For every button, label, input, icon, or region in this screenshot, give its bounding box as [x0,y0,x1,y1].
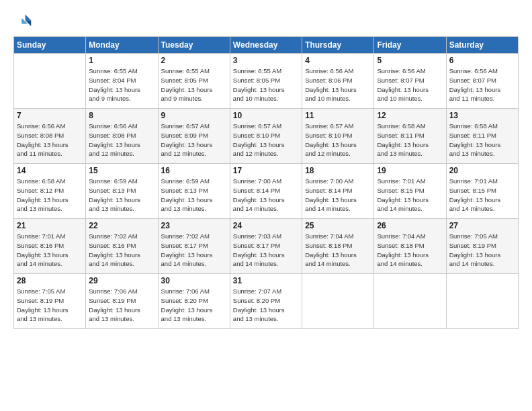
day-info: Sunrise: 6:58 AMSunset: 8:12 PMDaylight:… [17,177,83,214]
day-number: 25 [305,221,371,230]
day-info: Sunrise: 6:56 AMSunset: 8:07 PMDaylight:… [449,66,515,103]
day-number: 12 [377,111,443,120]
calendar-cell: 14Sunrise: 6:58 AMSunset: 8:12 PMDayligh… [14,164,86,219]
calendar-cell [374,274,446,329]
day-number: 28 [17,276,83,285]
calendar-cell: 24Sunrise: 7:03 AMSunset: 8:17 PMDayligh… [230,219,302,274]
day-number: 21 [17,221,83,230]
calendar-table: SundayMondayTuesdayWednesdayThursdayFrid… [13,36,519,329]
calendar-cell: 26Sunrise: 7:04 AMSunset: 8:18 PMDayligh… [374,219,446,274]
day-info: Sunrise: 7:02 AMSunset: 8:16 PMDaylight:… [89,232,154,269]
day-info: Sunrise: 7:07 AMSunset: 8:20 PMDaylight:… [233,287,299,324]
calendar-header-row: SundayMondayTuesdayWednesdayThursdayFrid… [14,37,519,54]
day-number: 9 [161,111,227,120]
calendar-cell: 10Sunrise: 6:57 AMSunset: 8:10 PMDayligh… [230,109,302,164]
day-info: Sunrise: 6:55 AMSunset: 8:04 PMDaylight:… [89,66,154,103]
calendar-cell: 18Sunrise: 7:00 AMSunset: 8:14 PMDayligh… [302,164,374,219]
day-number: 14 [17,166,83,175]
day-info: Sunrise: 6:55 AMSunset: 8:05 PMDaylight:… [161,66,227,103]
calendar-cell: 6Sunrise: 6:56 AMSunset: 8:07 PMDaylight… [446,54,518,109]
calendar-cell: 7Sunrise: 6:56 AMSunset: 8:08 PMDaylight… [14,109,86,164]
calendar-cell: 20Sunrise: 7:01 AMSunset: 8:15 PMDayligh… [446,164,518,219]
day-number: 26 [377,221,443,230]
day-number: 19 [377,166,443,175]
calendar-cell: 17Sunrise: 7:00 AMSunset: 8:14 PMDayligh… [230,164,302,219]
day-number: 6 [449,56,515,65]
calendar-cell: 2Sunrise: 6:55 AMSunset: 8:05 PMDaylight… [158,54,230,109]
day-info: Sunrise: 6:56 AMSunset: 8:08 PMDaylight:… [17,122,83,158]
calendar-cell: 5Sunrise: 6:56 AMSunset: 8:07 PMDaylight… [374,54,446,109]
day-info: Sunrise: 6:58 AMSunset: 8:11 PMDaylight:… [377,122,443,158]
day-info: Sunrise: 7:05 AMSunset: 8:19 PMDaylight:… [449,232,515,269]
day-info: Sunrise: 6:57 AMSunset: 8:10 PMDaylight:… [305,122,371,158]
day-number: 20 [449,166,515,175]
day-info: Sunrise: 7:01 AMSunset: 8:16 PMDaylight:… [17,232,83,269]
calendar-cell: 16Sunrise: 6:59 AMSunset: 8:13 PMDayligh… [158,164,230,219]
day-info: Sunrise: 6:55 AMSunset: 8:05 PMDaylight:… [233,66,299,103]
calendar-cell: 29Sunrise: 7:06 AMSunset: 8:19 PMDayligh… [86,274,158,329]
day-number: 11 [305,111,371,120]
day-info: Sunrise: 6:59 AMSunset: 8:13 PMDaylight:… [89,177,154,214]
calendar-cell: 1Sunrise: 6:55 AMSunset: 8:04 PMDaylight… [86,54,158,109]
day-number: 29 [89,276,154,285]
calendar-cell: 21Sunrise: 7:01 AMSunset: 8:16 PMDayligh… [14,219,86,274]
day-number: 22 [89,221,154,230]
day-info: Sunrise: 7:05 AMSunset: 8:19 PMDaylight:… [17,287,83,324]
day-number: 30 [161,276,227,285]
day-number: 24 [233,221,299,230]
day-number: 5 [377,56,443,65]
day-number: 3 [233,56,299,65]
day-number: 15 [89,166,154,175]
calendar-cell: 25Sunrise: 7:04 AMSunset: 8:18 PMDayligh… [302,219,374,274]
day-info: Sunrise: 7:04 AMSunset: 8:18 PMDaylight:… [377,232,443,269]
day-number: 31 [233,276,299,285]
day-number: 2 [161,56,227,65]
calendar-week-row: 7Sunrise: 6:56 AMSunset: 8:08 PMDaylight… [14,109,519,164]
calendar-week-row: 28Sunrise: 7:05 AMSunset: 8:19 PMDayligh… [14,274,519,329]
day-number: 1 [89,56,154,65]
day-info: Sunrise: 6:57 AMSunset: 8:09 PMDaylight:… [161,122,227,158]
page: SundayMondayTuesdayWednesdayThursdayFrid… [0,0,532,411]
day-info: Sunrise: 6:58 AMSunset: 8:11 PMDaylight:… [449,122,515,158]
day-number: 10 [233,111,299,120]
calendar-cell: 22Sunrise: 7:02 AMSunset: 8:16 PMDayligh… [86,219,158,274]
calendar-cell: 3Sunrise: 6:55 AMSunset: 8:05 PMDaylight… [230,54,302,109]
calendar-week-row: 21Sunrise: 7:01 AMSunset: 8:16 PMDayligh… [14,219,519,274]
day-number: 13 [449,111,515,120]
day-info: Sunrise: 6:57 AMSunset: 8:10 PMDaylight:… [233,122,299,158]
calendar-cell: 12Sunrise: 6:58 AMSunset: 8:11 PMDayligh… [374,109,446,164]
calendar-cell: 19Sunrise: 7:01 AMSunset: 8:15 PMDayligh… [374,164,446,219]
day-number: 7 [17,111,83,120]
logo [13,12,35,31]
day-number: 8 [89,111,154,120]
calendar-cell: 30Sunrise: 7:06 AMSunset: 8:20 PMDayligh… [158,274,230,329]
svg-marker-0 [26,15,32,21]
calendar-cell: 27Sunrise: 7:05 AMSunset: 8:19 PMDayligh… [446,219,518,274]
day-number: 4 [305,56,371,65]
calendar-header-monday: Monday [86,37,158,54]
day-info: Sunrise: 7:03 AMSunset: 8:17 PMDaylight:… [233,232,299,269]
calendar-cell: 11Sunrise: 6:57 AMSunset: 8:10 PMDayligh… [302,109,374,164]
day-info: Sunrise: 6:56 AMSunset: 8:07 PMDaylight:… [377,66,443,103]
calendar-week-row: 1Sunrise: 6:55 AMSunset: 8:04 PMDaylight… [14,54,519,109]
calendar-header-tuesday: Tuesday [158,37,230,54]
day-info: Sunrise: 6:59 AMSunset: 8:13 PMDaylight:… [161,177,227,214]
calendar-cell [446,274,518,329]
calendar-cell [14,54,86,109]
day-info: Sunrise: 7:06 AMSunset: 8:20 PMDaylight:… [161,287,227,324]
calendar-header-wednesday: Wednesday [230,37,302,54]
logo-icon [13,12,32,31]
day-number: 17 [233,166,299,175]
day-number: 16 [161,166,227,175]
day-number: 23 [161,221,227,230]
day-info: Sunrise: 7:06 AMSunset: 8:19 PMDaylight:… [89,287,154,324]
calendar-cell: 15Sunrise: 6:59 AMSunset: 8:13 PMDayligh… [86,164,158,219]
calendar-week-row: 14Sunrise: 6:58 AMSunset: 8:12 PMDayligh… [14,164,519,219]
day-info: Sunrise: 7:02 AMSunset: 8:17 PMDaylight:… [161,232,227,269]
day-info: Sunrise: 6:56 AMSunset: 8:06 PMDaylight:… [305,66,371,103]
day-info: Sunrise: 6:56 AMSunset: 8:08 PMDaylight:… [89,122,154,158]
calendar-header-thursday: Thursday [302,37,374,54]
calendar-cell: 4Sunrise: 6:56 AMSunset: 8:06 PMDaylight… [302,54,374,109]
calendar-cell [302,274,374,329]
calendar-header-sunday: Sunday [14,37,86,54]
